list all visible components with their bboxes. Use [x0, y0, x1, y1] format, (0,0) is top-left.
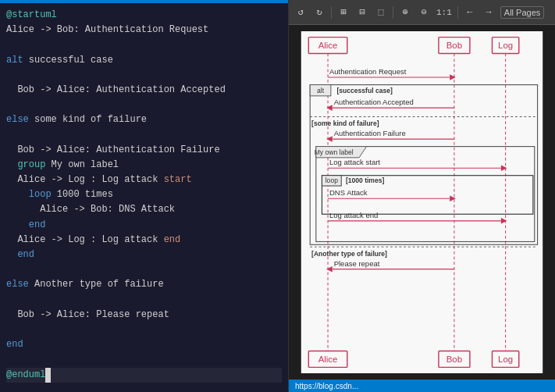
- status-url: https://blog.csdn...: [295, 382, 358, 390]
- code-line: else Another type of failure: [6, 277, 282, 292]
- loop-times-label: [1000 times]: [346, 176, 385, 184]
- code-line: [6, 37, 282, 52]
- bob-top-label: Bob: [446, 41, 462, 50]
- toolbar-separator2: [393, 6, 393, 19]
- code-line: [6, 293, 282, 308]
- successful-case-label: [successful case]: [336, 87, 392, 94]
- log-top-label: Log: [498, 41, 513, 50]
- code-line: alt successful case: [6, 53, 282, 68]
- auth-request-label: Authentication Request: [329, 67, 407, 76]
- auth-accepted-label: Authentication Accepted: [334, 98, 414, 106]
- code-line: end: [6, 248, 282, 262]
- status-bar: https://blog.csdn...: [289, 380, 555, 392]
- copy-button[interactable]: ⊞: [335, 4, 352, 21]
- code-line: Alice -> Bob: Authentication Request: [6, 23, 282, 37]
- log-bottom-label: Log: [498, 355, 513, 364]
- code-line: Alice -> Log : Log attack end: [6, 233, 282, 248]
- prev-page-button[interactable]: ←: [461, 4, 479, 21]
- sequence-diagram: Alice Bob Log Authentication Request alt: [295, 31, 549, 373]
- zoom-in-button[interactable]: ⊕: [397, 4, 414, 21]
- dns-attack-label: DNS Attack: [329, 188, 368, 197]
- auth-failure-label: Authentication Failure: [334, 129, 406, 137]
- refresh-alt-button[interactable]: ↻: [311, 4, 328, 21]
- code-line: loop 1000 times: [6, 187, 282, 202]
- refresh-button[interactable]: ↺: [292, 4, 309, 21]
- code-line: Bob -> Alice: Authentication Accepted: [6, 83, 282, 98]
- log-end-label: Log attack end: [329, 211, 378, 219]
- alice-bottom-label: Alice: [318, 355, 338, 364]
- zoom-out-button[interactable]: ⊖: [415, 4, 432, 21]
- code-line: [6, 128, 282, 143]
- group-label: My own label: [315, 148, 354, 156]
- alice-top-label: Alice: [318, 41, 338, 50]
- toolbar-separator: [331, 6, 332, 19]
- diagram-panel: ↺ ↻ ⊞ ⊟ ⬚ ⊕ ⊖ 1:1 ← → All Pages Alice Bo…: [289, 0, 555, 392]
- zoom-label: 1:1: [434, 8, 454, 17]
- alt-label: alt: [317, 87, 325, 94]
- editor-panel[interactable]: @startuml Alice -> Bob: Authentication R…: [0, 0, 289, 392]
- code-line: Bob -> Alice: Authentication Failure: [6, 143, 282, 158]
- code-line-cursor: @enduml: [6, 368, 282, 383]
- diagram-content: Alice Bob Log Authentication Request alt: [289, 25, 555, 380]
- code-line: Alice -> Log : Log attack start: [6, 173, 282, 187]
- bob-bottom-label: Bob: [446, 355, 462, 364]
- code-line: group My own label: [6, 158, 282, 173]
- code-line: [6, 98, 282, 112]
- code-line: [6, 262, 282, 277]
- code-content: @startuml Alice -> Bob: Authentication R…: [6, 8, 282, 383]
- code-line: Bob -> Alice: Please repeat: [6, 308, 282, 323]
- save-button[interactable]: ⊟: [354, 4, 371, 21]
- code-line: [6, 323, 282, 337]
- diagram-toolbar: ↺ ↻ ⊞ ⊟ ⬚ ⊕ ⊖ 1:1 ← → All Pages: [289, 0, 555, 25]
- code-line: Alice -> Bob: DNS Attack: [6, 202, 282, 217]
- log-start-label: Log attack start: [329, 158, 380, 166]
- svg-rect-0: [301, 31, 543, 373]
- code-line: end: [6, 218, 282, 233]
- toolbar-separator3: [457, 6, 458, 19]
- another-failure-label: [Another type of failure]: [311, 250, 387, 258]
- top-bar: [0, 0, 288, 3]
- code-line: else some kind of failure: [6, 112, 282, 127]
- code-line: [6, 352, 282, 367]
- code-line: @startuml: [6, 8, 282, 23]
- some-failure-label: [some kind of failure]: [311, 119, 379, 127]
- code-line: end: [6, 337, 282, 352]
- next-page-button[interactable]: →: [480, 4, 497, 21]
- export-button[interactable]: ⬚: [372, 4, 390, 21]
- loop-label: loop: [326, 176, 338, 184]
- please-repeat-label: Please repeat: [334, 259, 380, 268]
- pages-label[interactable]: All Pages: [500, 6, 544, 19]
- code-line: [6, 68, 282, 83]
